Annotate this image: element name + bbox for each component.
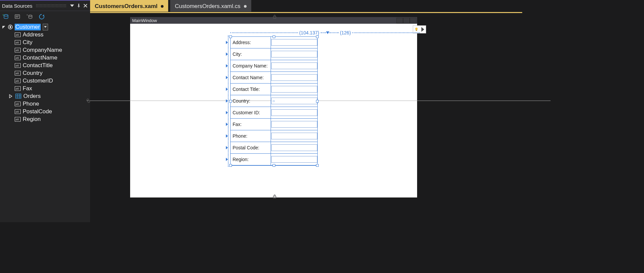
form-cell	[271, 37, 317, 48]
tree-field[interactable]: ablRegion	[0, 115, 90, 123]
row-handle-icon[interactable]	[226, 158, 228, 161]
panel-dropdown-icon[interactable]	[69, 3, 75, 8]
design-window[interactable]: MainWindow (104.137)	[130, 17, 417, 197]
svg-rect-4	[16, 17, 18, 17]
form-row[interactable]: Phone:	[231, 130, 317, 142]
svg-point-7	[8, 25, 12, 29]
row-handle-icon[interactable]	[226, 41, 228, 44]
form-row[interactable]: Company Name:	[231, 60, 317, 72]
panel-grip	[36, 4, 67, 7]
form-label: City:	[231, 48, 271, 60]
form-row[interactable]: Fax:	[231, 119, 317, 130]
textbox-icon: abl	[15, 71, 21, 76]
edit-data-source-icon[interactable]	[14, 13, 21, 20]
collapse-icon[interactable]	[2, 25, 6, 29]
row-handle-icon[interactable]	[226, 111, 228, 114]
tree-node-orders[interactable]: Orders	[0, 92, 90, 100]
type-dropdown-icon[interactable]	[43, 24, 48, 30]
svg-rect-23	[15, 86, 21, 91]
form-row[interactable]: Contact Name:	[231, 72, 317, 84]
row-handle-icon[interactable]	[226, 64, 228, 67]
row-handle-icon[interactable]	[226, 88, 228, 91]
resize-handle[interactable]	[273, 164, 275, 167]
svg-text:abl: abl	[16, 56, 19, 59]
tree-field[interactable]: ablAddress	[0, 31, 90, 38]
form-input[interactable]	[271, 39, 317, 46]
tree-root-customer[interactable]: Customer	[0, 23, 90, 31]
form-cell	[271, 48, 317, 60]
datasource-object-icon	[7, 25, 13, 29]
form-input[interactable]	[271, 74, 317, 81]
form-row[interactable]: Customer ID:	[231, 107, 317, 119]
form-input[interactable]	[271, 156, 317, 163]
row-handle-icon[interactable]	[226, 146, 228, 149]
svg-text:abl: abl	[16, 41, 19, 44]
row-handle-icon[interactable]	[226, 123, 228, 126]
lock-bottom-icon[interactable]	[272, 194, 277, 199]
lock-left-icon[interactable]	[86, 99, 91, 103]
tree-field[interactable]: ablContactName	[0, 54, 90, 61]
tree-field[interactable]: ablCity	[0, 38, 90, 46]
document-tab[interactable]: CustomersOrders.xaml.cs	[170, 0, 251, 12]
form-row[interactable]: City:	[231, 48, 317, 60]
tree-field[interactable]: ablCustomerID	[0, 77, 90, 85]
tree-field[interactable]: ablContactTitle	[0, 61, 90, 69]
svg-rect-32	[15, 109, 21, 114]
form-input[interactable]	[271, 62, 317, 69]
textbox-icon: abl	[15, 32, 21, 37]
form-input[interactable]	[271, 121, 317, 128]
svg-rect-13	[15, 48, 21, 52]
refresh-icon[interactable]	[38, 13, 45, 20]
tree-field[interactable]: ablPhone	[0, 100, 90, 108]
form-cell	[271, 130, 317, 142]
xaml-designer[interactable]: MainWindow (104.137)	[90, 13, 522, 222]
textbox-icon: abl	[15, 55, 21, 60]
tree-item-label: ContactName	[23, 54, 57, 61]
form-input[interactable]	[271, 51, 317, 57]
svg-text:abl: abl	[16, 110, 19, 113]
form-row[interactable]: Postal Code:	[231, 142, 317, 154]
resize-handle[interactable]	[273, 35, 275, 38]
svg-text:abl: abl	[16, 72, 19, 75]
svg-text:abl: abl	[16, 80, 19, 83]
add-data-source-icon[interactable]: +	[2, 13, 9, 20]
tree-field[interactable]: ablCompanyName	[0, 46, 90, 54]
form-input[interactable]	[271, 86, 317, 93]
resize-handle[interactable]	[316, 100, 319, 103]
svg-text:abl: abl	[16, 118, 19, 121]
svg-rect-34	[15, 117, 21, 121]
tree-item-label: Phone	[23, 101, 39, 107]
form-row[interactable]: Country:	[231, 95, 317, 107]
row-handle-icon[interactable]	[226, 76, 228, 79]
column-split-marker-icon[interactable]	[326, 31, 329, 34]
textbox-icon: abl	[15, 86, 21, 91]
svg-rect-19	[15, 71, 21, 75]
expand-icon[interactable]	[9, 94, 13, 98]
svg-text:abl: abl	[16, 87, 19, 90]
dirty-indicator-icon	[244, 5, 247, 8]
form-input[interactable]	[271, 144, 317, 151]
resize-handle[interactable]	[316, 164, 319, 167]
tree-field[interactable]: ablFax	[0, 85, 90, 92]
form-input[interactable]	[271, 133, 317, 139]
document-tab[interactable]: CustomersOrders.xaml	[90, 0, 168, 12]
panel-toolbar: + +	[0, 11, 90, 22]
close-icon[interactable]	[83, 3, 88, 8]
form-grid-selection[interactable]: Address:City:Company Name:Contact Name:C…	[230, 36, 318, 166]
form-row[interactable]: Address:	[231, 37, 317, 48]
tree-field[interactable]: ablPostalCode	[0, 108, 90, 115]
svg-rect-2	[15, 15, 20, 18]
pin-icon[interactable]	[76, 3, 81, 8]
tree-field[interactable]: ablCountry	[0, 69, 90, 77]
row-handle-icon[interactable]	[226, 52, 228, 56]
form-input[interactable]	[271, 109, 317, 116]
resize-handle[interactable]	[316, 35, 319, 38]
row-handle-icon[interactable]	[226, 134, 228, 138]
add-query-icon[interactable]: +	[26, 13, 33, 20]
form-input[interactable]	[271, 98, 317, 104]
lock-top-icon[interactable]	[272, 14, 277, 19]
row-handle-icon[interactable]	[226, 99, 228, 103]
form-row[interactable]: Contact Title:	[231, 84, 317, 95]
col0-width: (104.137)	[298, 30, 321, 35]
form-row[interactable]: Region:	[231, 154, 317, 165]
